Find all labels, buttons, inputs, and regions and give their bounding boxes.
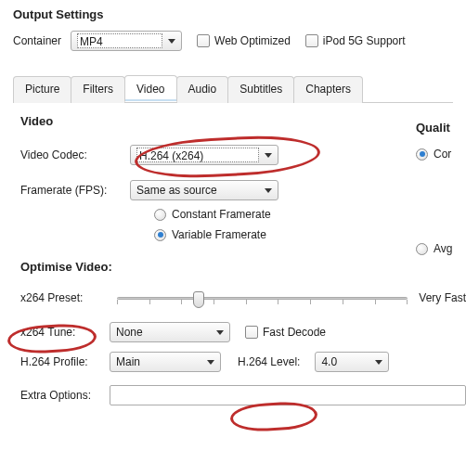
x264-preset-slider[interactable] — [117, 287, 408, 309]
fast-decode-checkbox[interactable]: Fast Decode — [245, 326, 326, 339]
checkbox-icon — [245, 326, 258, 339]
constant-framerate-label: Constant Framerate — [172, 208, 271, 221]
quality-avg-label: Avg — [434, 242, 452, 255]
quality-heading: Qualit — [416, 121, 466, 135]
container-select[interactable]: MP4 — [71, 31, 182, 51]
optimise-heading: Optimise Video: — [20, 260, 466, 274]
x264-tune-select[interactable]: None — [110, 322, 230, 342]
container-value: MP4 — [77, 33, 162, 48]
tab-audio[interactable]: Audio — [176, 76, 229, 103]
ipod-5g-label: iPod 5G Support — [323, 34, 406, 47]
extra-options-input[interactable] — [110, 385, 466, 405]
quality-avg-radio[interactable]: Avg — [416, 242, 452, 255]
radio-icon — [154, 209, 166, 221]
chevron-down-icon — [265, 153, 272, 158]
radio-icon — [154, 229, 166, 241]
h264-profile-select[interactable]: Main — [110, 352, 221, 372]
radio-icon — [416, 148, 428, 161]
video-codec-value: H.264 (x264) — [136, 148, 259, 162]
output-settings-heading: Output Settings — [13, 7, 453, 21]
quality-constant-radio[interactable]: Cor — [416, 148, 451, 161]
tab-chapters[interactable]: Chapters — [293, 76, 363, 103]
tab-subtitles[interactable]: Subtitles — [227, 76, 294, 103]
video-codec-select[interactable]: H.264 (x264) — [130, 145, 278, 165]
h264-level-value: 4.0 — [321, 355, 369, 368]
framerate-select[interactable]: Same as source — [130, 180, 278, 200]
tab-video[interactable]: Video — [124, 75, 176, 102]
constant-framerate-radio[interactable]: Constant Framerate — [154, 208, 271, 221]
ipod-5g-checkbox[interactable]: iPod 5G Support — [305, 34, 406, 47]
chevron-down-icon — [265, 188, 272, 193]
tab-picture[interactable]: Picture — [13, 76, 71, 103]
chevron-down-icon — [207, 360, 214, 365]
checkbox-icon — [305, 34, 318, 47]
h264-profile-value: Main — [116, 355, 201, 368]
variable-framerate-radio[interactable]: Variable Framerate — [154, 228, 266, 241]
h264-profile-label: H.264 Profile: — [20, 355, 100, 368]
extra-options-label: Extra Options: — [20, 389, 100, 402]
web-optimized-checkbox[interactable]: Web Optimized — [197, 34, 291, 47]
h264-level-label: H.264 Level: — [238, 355, 300, 368]
tab-filters[interactable]: Filters — [71, 76, 125, 103]
video-codec-label: Video Codec: — [20, 148, 121, 161]
chevron-down-icon — [375, 360, 382, 365]
framerate-label: Framerate (FPS): — [20, 184, 121, 197]
x264-preset-value: Very Fast — [419, 291, 466, 304]
x264-tune-value: None — [116, 326, 211, 339]
h264-level-select[interactable]: 4.0 — [315, 352, 389, 372]
x264-tune-label: x264 Tune: — [20, 326, 100, 339]
variable-framerate-label: Variable Framerate — [172, 228, 266, 241]
chevron-down-icon — [168, 39, 175, 44]
web-optimized-label: Web Optimized — [214, 34, 291, 47]
x264-preset-label: x264 Preset: — [20, 291, 100, 304]
video-heading: Video — [20, 114, 466, 128]
framerate-value: Same as source — [136, 184, 259, 197]
quality-constant-label: Cor — [434, 148, 451, 161]
radio-icon — [416, 243, 428, 255]
tabs: Picture Filters Video Audio Subtitles Ch… — [13, 75, 453, 103]
container-label: Container — [13, 34, 61, 47]
checkbox-icon — [197, 34, 210, 47]
chevron-down-icon — [216, 330, 224, 335]
fast-decode-label: Fast Decode — [263, 326, 326, 339]
